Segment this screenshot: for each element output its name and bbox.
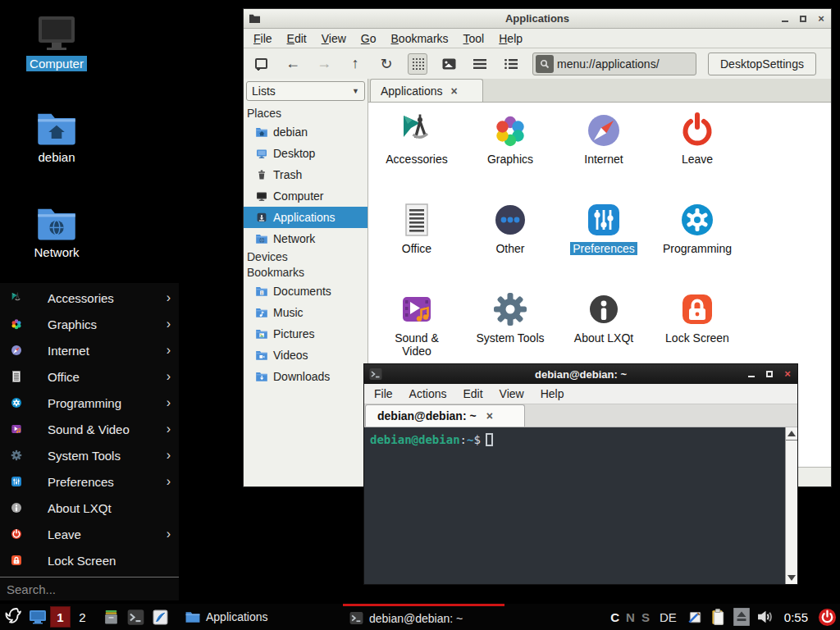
sidebar-item-network[interactable]: Network bbox=[244, 228, 368, 249]
task-button-terminal[interactable]: debian@debian: ~ bbox=[343, 604, 504, 630]
menu-search-input[interactable] bbox=[7, 582, 172, 596]
menu-item-lock-screen[interactable]: Lock Screen › bbox=[0, 547, 179, 573]
minimize-button[interactable] bbox=[746, 369, 756, 379]
term-menu-help[interactable]: Help bbox=[541, 387, 564, 400]
tab-close-icon[interactable]: × bbox=[451, 85, 458, 97]
app-item-office[interactable]: Office bbox=[370, 197, 463, 286]
volume-icon[interactable] bbox=[757, 604, 774, 630]
maximize-button[interactable] bbox=[798, 14, 808, 24]
fm-menu-view[interactable]: View bbox=[322, 32, 346, 45]
menu-item-sound-video[interactable]: Sound & Video › bbox=[0, 416, 179, 442]
workspace-2-button[interactable]: 2 bbox=[72, 606, 93, 628]
menu-item-accessories[interactable]: Accessories › bbox=[0, 285, 179, 311]
menu-item-leave[interactable]: Leave › bbox=[0, 521, 179, 547]
desktop-icon-network[interactable]: Network bbox=[11, 205, 102, 260]
fm-menu-bookmarks[interactable]: Bookmarks bbox=[391, 32, 449, 45]
capslock-indicator[interactable]: C bbox=[610, 610, 619, 624]
menu-item-about-lxqt[interactable]: About LXQt › bbox=[0, 495, 179, 521]
menu-item-graphics[interactable]: Graphics › bbox=[0, 311, 179, 337]
numlock-indicator[interactable]: N bbox=[626, 610, 635, 624]
new-tab-button[interactable] bbox=[252, 53, 272, 75]
fm-sidebar: Lists ▼ Places debian Desktop Trash bbox=[244, 79, 368, 486]
menu-item-system-tools[interactable]: System Tools › bbox=[0, 442, 179, 468]
menu-item-internet[interactable]: Internet › bbox=[0, 337, 179, 363]
address-bar[interactable]: menu://applications/ bbox=[532, 52, 696, 75]
address-text: menu://applications/ bbox=[557, 57, 660, 71]
sidebar-item-computer[interactable]: Computer bbox=[244, 185, 368, 207]
clock[interactable]: 0:55 bbox=[784, 610, 808, 624]
sidebar-item-pictures[interactable]: Pictures bbox=[244, 323, 368, 345]
detailed-list-button[interactable] bbox=[501, 53, 521, 75]
tray-screenshot-icon[interactable] bbox=[687, 604, 703, 630]
terminal-titlebar[interactable]: debian@debian: ~ × bbox=[364, 364, 797, 384]
compact-view-button[interactable] bbox=[470, 53, 490, 75]
term-menu-actions[interactable]: Actions bbox=[409, 387, 447, 400]
up-button[interactable]: ↑ bbox=[345, 53, 365, 75]
term-menu-edit[interactable]: Edit bbox=[463, 387, 482, 400]
terminal-screen[interactable]: debian@debian:~$ bbox=[364, 427, 797, 584]
app-item-system-tools[interactable]: System Tools bbox=[463, 286, 557, 376]
app-item-sound-video[interactable]: Sound & Video bbox=[370, 286, 463, 376]
menu-item-preferences[interactable]: Preferences › bbox=[0, 468, 179, 495]
sidebar-item-videos[interactable]: Videos bbox=[244, 345, 368, 366]
sidebar-item-documents[interactable]: Documents bbox=[244, 281, 368, 302]
desktop-settings-button[interactable]: DesktopSettings bbox=[708, 52, 816, 75]
app-item-graphics[interactable]: Graphics bbox=[463, 107, 557, 197]
task-button-applications[interactable]: Applications bbox=[179, 604, 343, 630]
thumbnail-view-button[interactable] bbox=[439, 53, 459, 75]
sidebar-item-trash[interactable]: Trash bbox=[244, 164, 368, 185]
menu-item-programming[interactable]: Programming › bbox=[0, 390, 179, 416]
terminal-scrollbar[interactable] bbox=[785, 427, 797, 584]
back-button[interactable]: ← bbox=[283, 53, 303, 75]
quicklaunch-featherpad[interactable] bbox=[148, 604, 172, 630]
term-menu-view[interactable]: View bbox=[500, 387, 524, 400]
scroll-up-icon[interactable] bbox=[788, 431, 796, 436]
app-item-internet[interactable]: Internet bbox=[557, 107, 651, 197]
fm-tab-applications[interactable]: Applications × bbox=[370, 79, 483, 102]
keyboard-layout-indicator[interactable]: DE bbox=[660, 610, 677, 624]
desktop-icon-debian[interactable]: debian bbox=[11, 110, 102, 165]
quicklaunch-file-manager[interactable] bbox=[98, 604, 123, 630]
start-menu-button[interactable] bbox=[0, 604, 26, 630]
app-item-programming[interactable]: Programming bbox=[651, 197, 744, 286]
app-item-lock-screen[interactable]: Lock Screen bbox=[651, 286, 744, 376]
shutdown-button[interactable] bbox=[818, 604, 837, 630]
icon-view-button[interactable] bbox=[408, 53, 427, 75]
workspace-1-button[interactable]: 1 bbox=[50, 606, 71, 628]
forward-button[interactable]: → bbox=[314, 53, 334, 75]
close-button[interactable]: × bbox=[816, 14, 826, 24]
menu-item-office[interactable]: Office › bbox=[0, 363, 179, 390]
term-menu-file[interactable]: File bbox=[374, 387, 393, 400]
app-item-about-lxqt[interactable]: About LXQt bbox=[557, 286, 651, 376]
fm-menu-go[interactable]: Go bbox=[361, 32, 377, 45]
terminal-tab[interactable]: debian@debian: ~ × bbox=[365, 404, 525, 427]
internet-icon bbox=[10, 344, 23, 357]
fm-menu-help[interactable]: Help bbox=[499, 32, 523, 45]
sidebar-item-applications[interactable]: Applications bbox=[244, 207, 368, 228]
tray-eject-icon[interactable] bbox=[733, 604, 751, 630]
app-item-leave[interactable]: Leave bbox=[651, 107, 744, 197]
fm-menu-edit[interactable]: Edit bbox=[287, 32, 307, 45]
app-item-accessories[interactable]: Accessories bbox=[370, 107, 463, 197]
minimize-button[interactable] bbox=[780, 14, 790, 24]
tray-clipboard-icon[interactable] bbox=[710, 604, 726, 630]
fm-titlebar[interactable]: Applications × bbox=[244, 9, 831, 29]
scrolllock-indicator[interactable]: S bbox=[641, 610, 650, 624]
sidebar-item-debian[interactable]: debian bbox=[244, 121, 368, 143]
app-item-other[interactable]: Other bbox=[463, 197, 557, 286]
desktop-icon-computer[interactable]: Computer bbox=[11, 15, 102, 71]
show-desktop-button[interactable] bbox=[26, 604, 49, 630]
reload-button[interactable]: ↻ bbox=[377, 53, 396, 75]
fm-menu-file[interactable]: File bbox=[253, 32, 272, 45]
maximize-button[interactable] bbox=[765, 369, 774, 379]
sidebar-item-music[interactable]: Music bbox=[244, 302, 368, 323]
app-item-preferences[interactable]: Preferences bbox=[557, 197, 651, 286]
sidebar-item-downloads[interactable]: Downloads bbox=[244, 366, 368, 387]
scroll-down-icon[interactable] bbox=[788, 575, 796, 581]
sidebar-item-desktop[interactable]: Desktop bbox=[244, 143, 368, 164]
tab-close-icon[interactable]: × bbox=[486, 410, 493, 422]
sidebar-mode-selector[interactable]: Lists ▼ bbox=[246, 81, 365, 101]
fm-menu-tool[interactable]: Tool bbox=[463, 32, 485, 45]
close-button[interactable]: × bbox=[783, 369, 792, 379]
quicklaunch-terminal[interactable] bbox=[123, 604, 148, 630]
